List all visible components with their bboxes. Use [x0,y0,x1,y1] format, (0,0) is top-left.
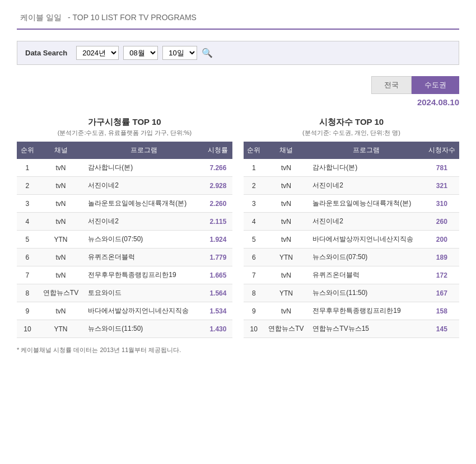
viewers-cell: 200 [424,231,459,249]
region-buttons: 전국 수도권 [17,76,459,94]
channel-cell: YTN [38,320,84,338]
table-row: 6 YTN 뉴스와이드(07:50) 189 [244,249,459,266]
title-main: 케이블 일일 [20,13,62,22]
program-cell: 놀라운토요일예능신대륙개척(본) [83,195,204,213]
channel-cell: tvN [38,302,84,320]
viewers-cell: 145 [424,320,459,338]
program-cell: 감사합니다(본) [308,159,424,177]
table-row: 10 YTN 뉴스와이드(11:50) 1.430 [17,320,232,338]
day-select[interactable]: 10일 [162,46,197,60]
tables-container: 가구시청률 TOP 10 (분석기준:수도권, 유료플랫폼 가입 가구, 단위:… [17,117,459,338]
channel-cell: tvN [264,177,309,195]
program-cell: 놀라운토요일예능신대륙개척(본) [308,195,424,213]
rank-cell: 6 [244,249,264,266]
program-cell: 뉴스와이드(11:50) [308,284,424,302]
table-row: 2 tvN 서진이네2 2.928 [17,177,232,195]
rating-cell: 2.928 [204,177,232,195]
table-row: 4 tvN 서진이네2 2.115 [17,213,232,231]
rank-cell: 5 [17,231,38,249]
left-table-subtitle: (분석기준:수도권, 유료플랫폼 가입 가구, 단위:%) [17,129,232,137]
viewers-cell: 189 [424,249,459,266]
rank-cell: 4 [17,213,38,231]
program-cell: 연합뉴스TV뉴스15 [308,320,424,338]
channel-cell: tvN [264,195,309,213]
table-row: 3 tvN 놀라운토요일예능신대륙개척(본) 2.260 [17,195,232,213]
rating-cell: 1.430 [204,320,232,338]
program-cell: 전무후무한특종랭킹프리한19 [308,302,424,320]
channel-cell: tvN [38,159,84,177]
month-select[interactable]: 08월 [123,46,158,60]
rank-cell: 4 [244,213,264,231]
channel-cell: YTN [264,284,309,302]
page-header: 케이블 일일 - TOP 10 LIST FOR TV PROGRAMS [17,11,459,30]
channel-cell: YTN [264,249,309,266]
channel-cell: tvN [38,177,84,195]
program-cell: 뉴스와이드(11:50) [83,320,204,338]
program-cell: 감사합니다(본) [83,159,204,177]
table-row: 3 tvN 놀라운토요일예능신대륙개척(본) 310 [244,195,459,213]
program-cell: 토요와이드 [83,284,204,302]
search-button[interactable]: 🔍 [202,48,213,58]
year-select[interactable]: 2024년 [76,46,119,60]
rank-cell: 8 [244,284,264,302]
rank-cell: 10 [17,320,38,338]
table-row: 2 tvN 서진이네2 321 [244,177,459,195]
program-cell: 서진이네2 [83,213,204,231]
rank-cell: 2 [244,177,264,195]
program-cell: 서진이네2 [308,177,424,195]
channel-cell: 연합뉴스TV [38,284,84,302]
rank-cell: 8 [17,284,38,302]
viewers-cell: 158 [424,302,459,320]
title-subtitle: - TOP 10 LIST FOR TV PROGRAMS [68,13,197,22]
table-row: 5 tvN 바다에서발상까지언니네산지직송 200 [244,231,459,249]
viewers-cell: 781 [424,159,459,177]
rank-cell: 7 [17,266,38,284]
page-title: 케이블 일일 - TOP 10 LIST FOR TV PROGRAMS [17,11,197,22]
channel-cell: tvN [264,159,309,177]
rating-cell: 1.779 [204,249,232,266]
channel-cell: tvN [264,231,309,249]
search-bar: Data Search 2024년 08월 10일 🔍 [17,41,459,65]
rank-cell: 10 [244,320,264,338]
rating-cell: 1.924 [204,231,232,249]
rank-cell: 1 [244,159,264,177]
region-btn-national[interactable]: 전국 [371,76,412,94]
rank-cell: 1 [17,159,38,177]
program-cell: 유퀴즈온더블럭 [308,266,424,284]
region-btn-capital[interactable]: 수도권 [412,76,459,94]
left-table-title: 가구시청률 TOP 10 [17,117,232,128]
channel-cell: tvN [264,302,309,320]
program-cell: 서진이네2 [308,213,424,231]
table-row: 5 YTN 뉴스와이드(07:50) 1.924 [17,231,232,249]
household-rating-section: 가구시청률 TOP 10 (분석기준:수도권, 유료플랫폼 가입 가구, 단위:… [17,117,232,338]
date-display: 2024.08.10 [17,97,459,107]
right-table-subtitle: (분석기준: 수도권, 개인, 단위:천 명) [244,129,459,137]
rank-cell: 7 [244,266,264,284]
right-table-title: 시청자수 TOP 10 [244,117,459,128]
viewers-cell: 260 [424,213,459,231]
right-col-viewers: 시청자수 [424,142,459,159]
left-col-rating: 시청률 [204,142,232,159]
rank-cell: 9 [17,302,38,320]
left-col-rank: 순위 [17,142,38,159]
right-table-header-row: 순위 채널 프로그램 시청자수 [244,142,459,159]
viewers-cell: 321 [424,177,459,195]
rating-cell: 2.260 [204,195,232,213]
channel-cell: tvN [38,266,84,284]
table-row: 10 연합뉴스TV 연합뉴스TV뉴스15 145 [244,320,459,338]
rank-cell: 6 [17,249,38,266]
table-row: 9 tvN 전무후무한특종랭킹프리한19 158 [244,302,459,320]
rank-cell: 2 [17,177,38,195]
table-row: 8 YTN 뉴스와이드(11:50) 167 [244,284,459,302]
rating-cell: 2.115 [204,213,232,231]
channel-cell: tvN [264,213,309,231]
right-col-channel: 채널 [264,142,309,159]
channel-cell: tvN [38,249,84,266]
footnote: * 케이블채널 시청률 데이터는 2013년 11월부터 제공됩니다. [17,346,459,354]
channel-cell: 연합뉴스TV [264,320,309,338]
channel-cell: YTN [38,231,84,249]
table-row: 8 연합뉴스TV 토요와이드 1.564 [17,284,232,302]
viewers-cell: 167 [424,284,459,302]
viewer-count-section: 시청자수 TOP 10 (분석기준: 수도권, 개인, 단위:천 명) 순위 채… [244,117,459,338]
table-row: 9 tvN 바다에서발상까지언니네산지직송 1.534 [17,302,232,320]
